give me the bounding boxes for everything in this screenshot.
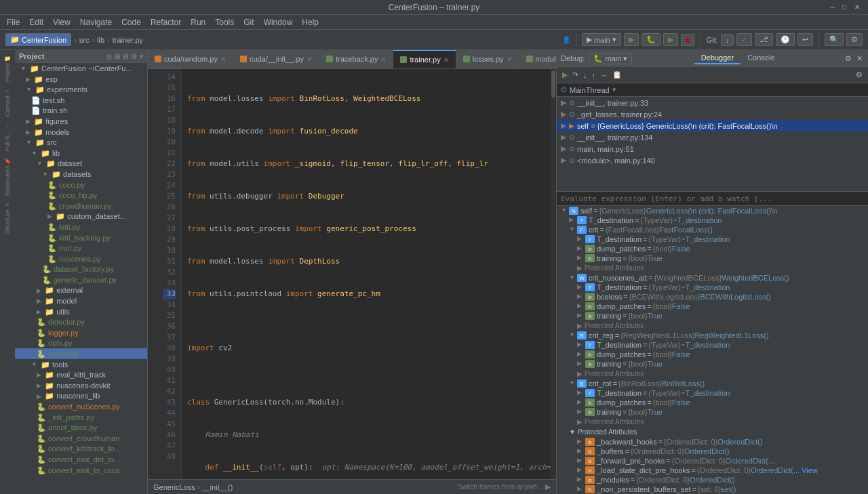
tree-generic-dataset[interactable]: 🐍 generic_dataset.py [15,274,147,285]
tab-losses[interactable]: losses.py ✕ [456,50,519,68]
debug-step-into-btn[interactable]: ↓ [582,70,589,81]
panel-collapse-btn[interactable]: ⊟ [123,53,128,60]
tab-losses-close[interactable]: ✕ [507,56,512,63]
run-btn[interactable]: ▶ [624,33,639,46]
breadcrumb-file[interactable]: trainer.py [113,36,143,44]
section-nuscenes-protected[interactable]: ▶ Protected Attributes [557,321,868,331]
breadcrumb-class[interactable]: GenericLoss [153,483,195,491]
tree-convert-kittitrack[interactable]: 🐍 convert_kittitrack_to... [15,443,147,454]
strip-project[interactable]: 📁 Project [0,53,15,85]
coverage-btn[interactable]: ▶ [663,33,678,46]
tab-traceback-close[interactable]: ✕ [380,56,386,63]
tree-model[interactable]: ▶ 📁 model [15,295,147,306]
watch-input[interactable] [561,194,864,203]
frame-item-5[interactable]: ▶ ⊙ main, main.py:51 [557,143,868,155]
tree-init-paths[interactable]: 🐍 _init_paths.py [15,412,147,423]
menu-view[interactable]: View [49,16,75,28]
tree-convert-mot[interactable]: 🐍 convert_mot_to_coco [15,465,147,476]
tree-crowdhuman[interactable]: 🐍 crowdhuman.py [15,201,147,211]
title-bar-controls[interactable]: ─ □ ✕ [830,3,863,12]
tab-trainer[interactable]: trainer.py ✕ [393,50,456,68]
tree-custom-datasets[interactable]: ▶ 📁 custom_dataset... [15,211,147,222]
var-crit[interactable]: ▼ F crit = {FastFocalLoss} FastFocalLoss… [557,225,868,234]
var-reg-t-dest[interactable]: ▶ T T_destination = (TypeVar) ~T_destina… [557,340,868,350]
var-crit-expand[interactable]: ▼ [569,226,576,232]
panel-expand-btn[interactable]: ⊞ [115,53,120,60]
tree-coco[interactable]: 🐍 coco.py [15,180,147,190]
tree-exp[interactable]: ▶ 📁 exp [15,74,147,85]
tree-logger[interactable]: 🐍 logger.py [15,327,147,338]
var-reg-training[interactable]: ▶ b training = {bool} True [557,359,868,369]
tree-nuscenes[interactable]: 🐍 nuscenes.py [15,253,147,264]
tree-datasets[interactable]: ▼ 📁 datasets [15,169,147,180]
tab-cuda-init[interactable]: cuda/__init__.py ✕ [233,50,319,68]
var-buffers[interactable]: ▶ b _buffers = {OrderedDict: 0} OrderedD… [557,447,868,456]
var-nuscenes-bceloss[interactable]: ▶ b bceloss = {BCEWithLogitsLoss} BCEWit… [557,292,868,302]
maximize-btn[interactable]: □ [842,3,850,12]
menu-help[interactable]: Help [298,16,323,28]
debug-settings2-btn[interactable]: ⚙ [854,69,864,81]
strip-pull[interactable]: ↓ Pull R... [0,120,15,155]
close-btn[interactable]: ✕ [854,3,863,12]
tree-kitti[interactable]: 🐍 kitti.py [15,222,147,232]
debug-settings-icon[interactable]: ⚙ [844,53,853,64]
var-forward-pre-hooks[interactable]: ▶ b _forward_pre_hooks = {OrderedDict: 0… [557,456,868,466]
git-clock-btn[interactable]: 🕐 [776,33,795,46]
debug-btn-toolbar[interactable]: 🐛 [642,33,660,46]
tab-module[interactable]: module.py ✕ [519,50,557,68]
debug-run-cursor-btn[interactable]: → [599,70,609,81]
var-self[interactable]: ▼ N self = {GenericLoss} GenericLoss(\n … [557,206,868,215]
tree-eval-kitti[interactable]: ▶ 📁 eval_kitti_track [15,369,147,380]
var-rot-t-dest[interactable]: ▶ T T_destination = (TypeVar) ~T_destina… [557,388,868,398]
menu-edit[interactable]: Edit [25,16,47,28]
debug-step-over-btn[interactable]: ↷ [571,69,580,81]
tree-nuscenes-devkit[interactable]: ▶ 📁 nuscenes-devkit [15,380,147,391]
tree-test-sh[interactable]: 📄 test.sh [15,95,147,106]
code-editor[interactable]: from model.losses import BinRotLoss, Wei… [182,69,551,479]
var-crit-dump[interactable]: ▶ b dump_patches = {bool} False [557,244,868,253]
debug-main-btn[interactable]: 🐛 main ▾ [589,53,632,64]
var-rot-dump[interactable]: ▶ b dump_patches = {bool} False [557,398,868,407]
breadcrumb-method[interactable]: __init__() [201,483,233,491]
section-reg-protected[interactable]: ▶ Protected Attributes [557,369,868,379]
var-nuscenes-training[interactable]: ▶ b training = {bool} True [557,311,868,321]
tab-cuda-random-close[interactable]: ✕ [220,56,226,63]
section-crit-protected[interactable]: ▶ Protected Attributes [557,263,868,273]
var-crit-nuscenes[interactable]: ▼ W crit_nuscenes_att = {WeightedBCELoss… [557,273,868,283]
var-t-destination-1[interactable]: ▶ T T_destination = (TypeVar) ~T_destina… [557,215,868,225]
section-rot-protected[interactable]: ▶ Protected Attributes [557,417,868,427]
var-nuscenes-dump[interactable]: ▶ b dump_patches = {bool} False [557,302,868,311]
menu-navigate[interactable]: Navigate [76,16,116,28]
tree-convert-nuscenes[interactable]: 🐍 convert_nuScenes.py [15,401,147,412]
frame-item-3[interactable]: ▶ ▶ self = {GenericLoss} GenericLoss(\n … [557,120,868,131]
section-self-protected[interactable]: ▼ Protected Attributes [557,427,868,437]
tree-coco-hp[interactable]: 🐍 coco_hp.py [15,190,147,201]
frame-item-4[interactable]: ▶ ⊙ __init__, trainer.py:134 [557,131,868,143]
minimize-btn[interactable]: ─ [830,3,838,12]
menu-refactor[interactable]: Refactor [146,16,185,28]
var-crit-reg[interactable]: ▼ R crit_reg = {RegWeightedL1Loss} RegWe… [557,331,868,340]
settings-btn[interactable]: ⚙ [846,33,863,46]
tree-dataset-factory[interactable]: 🐍 dataset_factory.py [15,264,147,274]
var-reg-dump[interactable]: ▶ b dump_patches = {bool} False [557,350,868,359]
editor-scrollbar[interactable] [551,69,556,479]
var-nuscenes-t-dest[interactable]: ▶ T T_destination = (TypeVar) ~T_destina… [557,283,868,292]
project-dropdown[interactable]: 📁 CenterFusion [5,33,71,46]
tree-utils[interactable]: ▶ 📁 utils [15,306,147,317]
panel-filter-btn[interactable]: ▾ [140,53,143,60]
debug-frames-btn[interactable]: ▶ [545,482,551,491]
git-branch-btn[interactable]: ⎇ [755,33,773,46]
var-load-state-dict[interactable]: ▶ b _load_state_dict_pre_hooks = {Ordere… [557,466,868,475]
tree-annot-bbox[interactable]: 🐍 annot_bbox.py [15,422,147,433]
tab-cuda-random[interactable]: cuda/random.py ✕ [148,50,233,68]
scrollbar-thumb[interactable] [551,70,555,98]
tree-external[interactable]: ▶ 📁 external [15,285,147,295]
profile-icon[interactable]: 👤 [562,36,570,43]
tree-trainer[interactable]: 🐍 trainer.py [15,348,147,359]
frame-item-1[interactable]: ▶ ⊙ __init__, trainer.py:33 [557,97,868,108]
tab-cuda-init-close[interactable]: ✕ [307,56,312,63]
tree-mot[interactable]: 🐍 mot.py [15,243,147,253]
var-non-persistent[interactable]: ▶ b _non_persistent_buffers_set = {set: … [557,485,868,494]
debug-tab-console[interactable]: Console [741,52,781,64]
debug-close-icon[interactable]: ✕ [855,53,864,64]
